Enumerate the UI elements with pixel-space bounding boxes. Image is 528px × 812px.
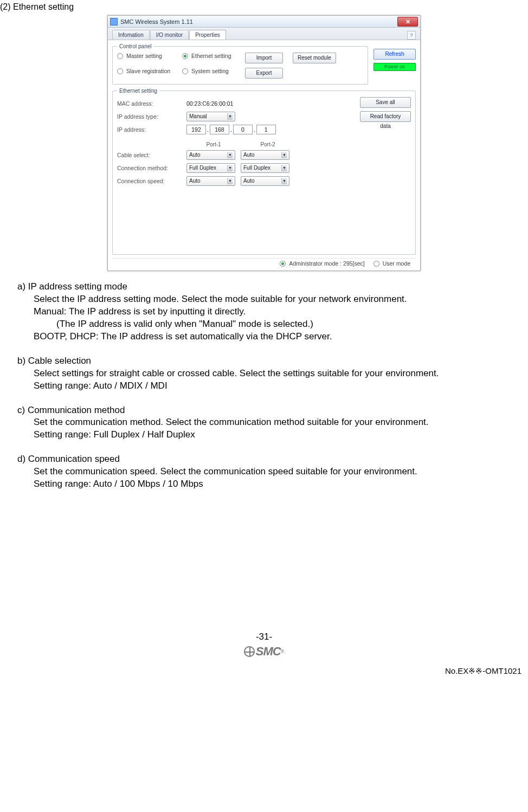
ethernet-setting-legend: Ethernet setting bbox=[117, 88, 159, 94]
chevron-down-icon: ▼ bbox=[281, 152, 287, 158]
admin-mode-label: Administrator mode : 295[sec] bbox=[289, 260, 364, 267]
radio-master-label: Master setting bbox=[126, 53, 162, 59]
control-panel-group: Control panel Master setting Slave regis… bbox=[112, 43, 368, 85]
speed-p1-value: Auto bbox=[189, 177, 201, 185]
connection-speed-label: Connection speed: bbox=[117, 178, 186, 184]
ip-seg-3[interactable]: 0 bbox=[233, 125, 253, 134]
conn-p2-value: Full Duplex bbox=[243, 164, 271, 172]
cable-p2-value: Auto bbox=[243, 151, 255, 159]
power-indicator: Power on bbox=[374, 63, 416, 71]
import-button[interactable]: Import bbox=[245, 53, 283, 63]
cable-p1-value: Auto bbox=[189, 151, 201, 159]
ip-seg-1[interactable]: 192 bbox=[186, 125, 206, 134]
item-b-line1: Select settings for straight cable or cr… bbox=[34, 368, 524, 380]
ip-seg-4[interactable]: 1 bbox=[256, 125, 276, 134]
radio-ethernet-setting[interactable]: Ethernet setting bbox=[182, 53, 242, 59]
tab-strip: Infomation I/O monitor Properties ? bbox=[108, 28, 420, 40]
document-number: No.EX※※-OMT1021 bbox=[4, 666, 524, 676]
cable-select-label: Cable select: bbox=[117, 152, 186, 158]
item-a: a) IP address setting mode Select the IP… bbox=[17, 281, 524, 343]
radio-ethernet-label: Ethernet setting bbox=[191, 53, 231, 59]
tab-io-monitor[interactable]: I/O monitor bbox=[150, 30, 189, 40]
ethernet-setting-group: Ethernet setting MAC address: 00:23:C6:2… bbox=[112, 88, 416, 255]
close-icon[interactable]: ✕ bbox=[397, 17, 418, 27]
mac-address-label: MAC address: bbox=[117, 100, 186, 107]
refresh-button[interactable]: Refresh bbox=[374, 49, 416, 60]
radio-user-mode[interactable]: User mode bbox=[374, 260, 410, 267]
connection-method-port2[interactable]: Full Duplex▼ bbox=[241, 163, 289, 173]
item-c-line1: Set the communication method. Select the… bbox=[34, 416, 524, 429]
connection-method-port1[interactable]: Full Duplex▼ bbox=[186, 163, 235, 173]
item-b-title: b) Cable selection bbox=[17, 355, 524, 368]
item-c-title: c) Communication method bbox=[17, 404, 524, 417]
radio-master-setting[interactable]: Master setting bbox=[117, 53, 182, 59]
ip-type-label: IP address type: bbox=[117, 113, 186, 120]
speed-p2-value: Auto bbox=[243, 177, 255, 185]
radio-slave-registration[interactable]: Slave registration bbox=[117, 68, 182, 74]
item-d: d) Communication speed Set the communica… bbox=[17, 453, 524, 491]
app-window: SMC Wireless System 1.11 ✕ Infomation I/… bbox=[107, 15, 421, 271]
chevron-down-icon: ▼ bbox=[227, 113, 233, 120]
item-d-line1: Set the communication speed. Select the … bbox=[34, 466, 524, 478]
item-d-title: d) Communication speed bbox=[17, 453, 524, 466]
section-heading: (2) Ethernet setting bbox=[0, 2, 524, 12]
item-c: c) Communication method Set the communic… bbox=[17, 404, 524, 442]
globe-icon bbox=[244, 646, 255, 657]
registered-icon: ® bbox=[281, 649, 285, 654]
item-a-line1: Select the IP address setting mode. Sele… bbox=[34, 293, 524, 306]
mac-address-value: 00:23:C6:26:00:01 bbox=[186, 100, 233, 107]
tab-information[interactable]: Infomation bbox=[112, 30, 150, 40]
smc-logo: SMC® bbox=[244, 645, 285, 659]
chevron-down-icon: ▼ bbox=[281, 178, 287, 184]
user-mode-label: User mode bbox=[383, 260, 410, 267]
cable-select-port1[interactable]: Auto▼ bbox=[186, 150, 235, 160]
chevron-down-icon: ▼ bbox=[281, 165, 287, 171]
item-b: b) Cable selection Select settings for s… bbox=[17, 355, 524, 392]
connection-speed-port2[interactable]: Auto▼ bbox=[241, 176, 289, 186]
save-all-button[interactable]: Save all bbox=[360, 97, 411, 108]
port1-header: Port-1 bbox=[186, 141, 241, 147]
help-button[interactable]: ? bbox=[407, 31, 416, 40]
item-a-line2: Manual: The IP address is set by inputti… bbox=[34, 306, 524, 318]
app-icon bbox=[110, 18, 118, 25]
window-title: SMC Wireless System 1.11 bbox=[120, 18, 193, 25]
ip-seg-2[interactable]: 168 bbox=[210, 125, 229, 134]
export-button[interactable]: Export bbox=[245, 68, 283, 79]
ip-address-input[interactable]: 192. 168. 0. 1 bbox=[186, 125, 276, 134]
radio-system-setting[interactable]: System setting bbox=[182, 68, 242, 74]
ip-type-value: Manual bbox=[189, 112, 207, 121]
cable-select-port2[interactable]: Auto▼ bbox=[241, 150, 289, 160]
item-d-line2: Setting range: Auto / 100 Mbps / 10 Mbps bbox=[34, 478, 524, 491]
tab-properties[interactable]: Properties bbox=[189, 30, 226, 40]
radio-admin-mode[interactable]: Administrator mode : 295[sec] bbox=[280, 260, 364, 267]
item-a-line3: (The IP address is valid only when "Manu… bbox=[56, 318, 524, 331]
chevron-down-icon: ▼ bbox=[227, 165, 233, 171]
ip-type-select[interactable]: Manual▼ bbox=[186, 112, 235, 121]
chevron-down-icon: ▼ bbox=[227, 152, 233, 158]
radio-system-label: System setting bbox=[191, 68, 229, 74]
status-bar: Administrator mode : 295[sec] User mode bbox=[112, 258, 416, 268]
connection-speed-port1[interactable]: Auto▼ bbox=[186, 176, 235, 186]
item-a-title: a) IP address setting mode bbox=[17, 281, 524, 293]
connection-method-label: Connection method: bbox=[117, 165, 186, 171]
page-number: -31- bbox=[4, 631, 524, 642]
conn-p1-value: Full Duplex bbox=[189, 164, 216, 172]
item-a-line4: BOOTP, DHCP: The IP address is set autom… bbox=[34, 331, 524, 343]
ip-address-label: IP address: bbox=[117, 126, 186, 133]
item-b-line2: Setting range: Auto / MDIX / MDI bbox=[34, 380, 524, 392]
reset-module-button[interactable]: Reset module bbox=[293, 53, 336, 63]
read-factory-data-button[interactable]: Read factory data bbox=[360, 111, 411, 122]
item-c-line2: Setting range: Full Duplex / Half Duplex bbox=[34, 429, 524, 441]
radio-slave-label: Slave registration bbox=[126, 68, 170, 74]
title-bar: SMC Wireless System 1.11 ✕ bbox=[108, 16, 420, 28]
control-panel-legend: Control panel bbox=[117, 43, 153, 49]
port2-header: Port-2 bbox=[241, 141, 295, 147]
logo-text: SMC bbox=[256, 645, 281, 659]
chevron-down-icon: ▼ bbox=[227, 178, 233, 184]
